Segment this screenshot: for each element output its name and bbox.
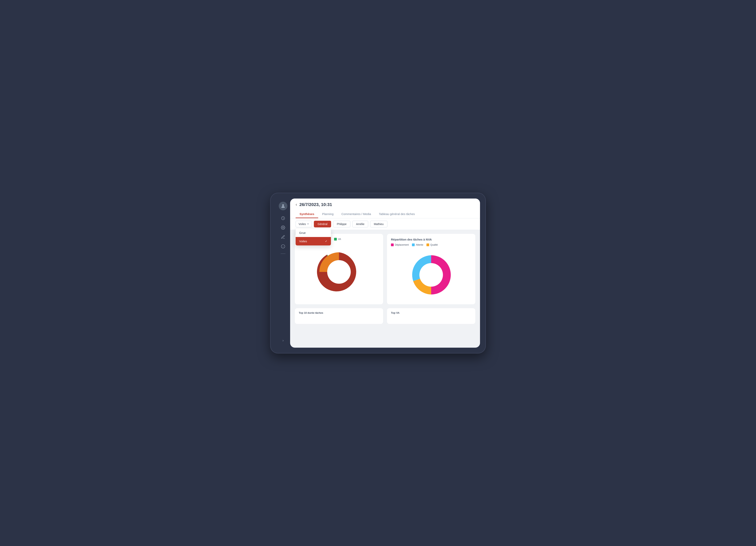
chevron-down-icon: ▼: [307, 223, 309, 225]
legend-deplacement-dot: [391, 243, 394, 246]
sidebar-icon-info[interactable]: [279, 242, 287, 250]
legend-deplacement: Déplacement: [391, 243, 409, 246]
toolbar: Voiles ▼ Général Philippe Amélie Mathieu…: [290, 218, 480, 230]
main-content: ‹ 26/7/2023, 10:31 Synthèses Planning Co…: [290, 199, 480, 348]
chart-card-nva: Répartition des tâches à NVA Déplacement…: [387, 234, 475, 304]
back-button[interactable]: ‹: [296, 202, 297, 207]
chart1-donut-svg: [313, 246, 364, 297]
sidebar-icon-settings[interactable]: [279, 224, 287, 232]
legend-qualite-dot: [426, 243, 429, 246]
chart2-donut-svg: [406, 249, 457, 300]
dropdown-item-voiles-label: Voiles: [299, 240, 307, 243]
dropdown-label: Voiles: [299, 222, 306, 226]
svg-point-0: [282, 204, 284, 206]
legend-deplacement-label: Déplacement: [395, 243, 409, 246]
avatar-icon[interactable]: [279, 202, 287, 210]
filter-amelie[interactable]: Amélie: [352, 221, 368, 227]
filter-mathieu[interactable]: Mathieu: [370, 221, 387, 227]
legend-va-label: VA: [338, 238, 341, 241]
legend-attente-dot: [412, 243, 415, 246]
bottom-card-top-va: Top VA: [387, 308, 475, 324]
chart1-donut-hole: [327, 260, 351, 284]
filter-philippe[interactable]: Philippe: [333, 221, 350, 227]
legend-attente: Attente: [412, 243, 423, 246]
page-title: 26/7/2023, 10:31: [299, 202, 332, 207]
sidebar-expand-button[interactable]: ›: [279, 337, 287, 345]
svg-point-2: [282, 227, 284, 228]
legend-attente-label: Attente: [416, 243, 423, 246]
chart2-donut-container: [391, 249, 471, 300]
bottom-card-top-va-title: Top VA: [391, 311, 471, 314]
dropdown-item-grue[interactable]: Grue: [296, 229, 331, 237]
header-top: ‹ 26/7/2023, 10:31: [296, 202, 475, 207]
chart2-title: Répartition des tâches à NVA: [391, 238, 471, 241]
chart2-legend: Déplacement Attente Qualité: [391, 243, 471, 246]
legend-qualite: Qualité: [426, 243, 438, 246]
legend-va-dot: [334, 238, 337, 241]
sidebar-icon-edit[interactable]: [279, 233, 287, 241]
tab-tableau[interactable]: Tableau général des tâches: [375, 210, 419, 218]
dropdown-item-voiles[interactable]: Voiles ✓: [296, 237, 331, 245]
check-icon: ✓: [325, 240, 327, 243]
sidebar-divider: [281, 253, 285, 254]
tab-planning[interactable]: Planning: [318, 210, 337, 218]
sidebar: ›: [276, 199, 290, 348]
header: ‹ 26/7/2023, 10:31 Synthèses Planning Co…: [290, 199, 480, 218]
charts-area: NVA NVA Obligatoire VA: [290, 230, 480, 348]
bottom-cards-row: Top 10 durée tâches Top VA: [295, 308, 475, 324]
bottom-card-top10: Top 10 durée tâches: [295, 308, 383, 324]
tab-commentaires[interactable]: Commentaires / Media: [337, 210, 375, 218]
sidebar-icon-clock[interactable]: [279, 214, 287, 222]
category-dropdown[interactable]: Voiles ▼: [296, 221, 312, 227]
chart1-donut-container: [299, 244, 379, 300]
bottom-card-top10-title: Top 10 durée tâches: [299, 311, 379, 314]
filter-general[interactable]: Général: [314, 221, 331, 227]
device-frame: › ‹ 26/7/2023, 10:31 Synthèses Planning …: [270, 193, 486, 354]
legend-qualite-label: Qualité: [430, 243, 438, 246]
chart2-donut-hole: [419, 263, 443, 287]
tab-syntheses[interactable]: Synthèses: [296, 210, 318, 218]
dropdown-item-grue-label: Grue: [299, 231, 306, 234]
dropdown-menu: Grue Voiles ✓: [296, 229, 331, 245]
tabs-nav: Synthèses Planning Commentaires / Media …: [296, 210, 475, 218]
legend-va: VA: [334, 238, 341, 241]
